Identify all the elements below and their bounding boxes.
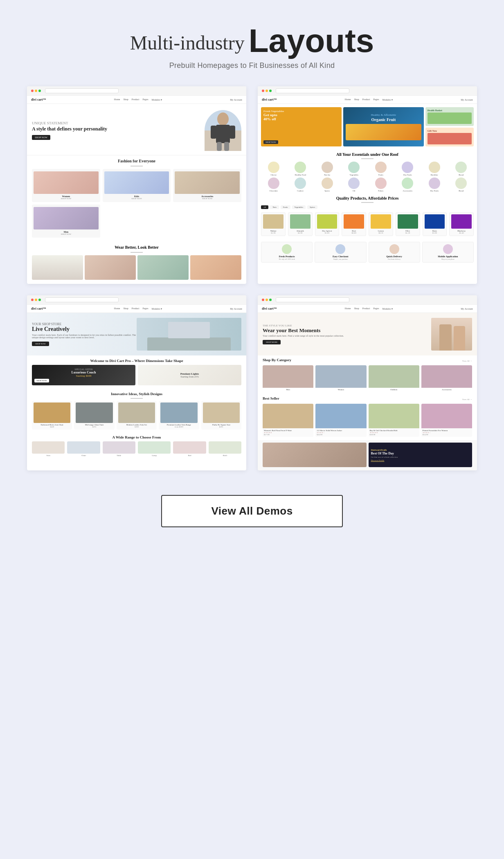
grocery-product: Kiwi$0.89 xyxy=(342,212,366,236)
grocery-quality-title: Quality Products, Affordable Prices xyxy=(258,193,477,201)
fashion2-shop-cat: Shop By Category View All → Men Women Ch… xyxy=(258,355,477,394)
grocery-item: Chocolate xyxy=(261,178,286,192)
grocery-item: Dry Fruits xyxy=(395,162,421,176)
wear-images xyxy=(27,254,246,281)
dot-green-4 xyxy=(269,299,272,301)
discover-link[interactable]: Discover Profile xyxy=(371,459,470,461)
demo-nav-2: divi cart™ Home Shop Product Pages Modul… xyxy=(258,96,477,104)
range-icons: Sofa Chair Table Lamp Bed xyxy=(32,441,241,456)
grocery-items-grid: Cheese Healthy Food Pan-fry Vegetables F… xyxy=(258,160,477,193)
couch-btn[interactable]: SHOP NOW xyxy=(34,379,49,382)
grocery-item: Bread xyxy=(449,178,474,192)
cat-men-2: Men xyxy=(263,365,313,391)
grocery-features: Fresh Products We only sell 100% fresh E… xyxy=(258,239,477,266)
fashion2-hero-btn[interactable]: SHOP MORE xyxy=(263,340,281,344)
furniture-hero-content: YOUR SHOP STORE Live Creatively Your com… xyxy=(32,322,137,346)
grocery-product: Lemon$0.59 xyxy=(369,212,393,236)
cat-women: Women SHOP NOW xyxy=(32,169,100,202)
demo-nav-4: divi cart™ Home Shop Product Pages Modul… xyxy=(258,305,477,313)
nav-logo-1: divi cart™ xyxy=(31,98,46,101)
grocery-product: Almonds$2.99 xyxy=(288,212,313,236)
fashion2-bs-row: Women's Red Floral Swirl T-Shirt ★★★★★ $… xyxy=(263,404,472,437)
furniture-hero: YOUR SHOP STORE Live Creatively Your com… xyxy=(27,313,246,355)
header-bold-title: Layouts xyxy=(249,25,374,57)
tab-veg[interactable]: Vegetables xyxy=(292,205,306,209)
fashion-hero-btn[interactable]: SHOP NOW xyxy=(32,135,50,140)
cat-women-img xyxy=(34,171,99,194)
dot-red-4 xyxy=(262,299,264,301)
grocery-btn-1[interactable]: SHOP NOW xyxy=(263,140,278,144)
fashion2-hero-img xyxy=(431,318,472,351)
nav-right-1: My Account xyxy=(230,99,242,101)
cat-men: Men SHOP NOW xyxy=(32,205,100,238)
grocery-item: Accessories xyxy=(395,178,421,192)
furniture-innovative-title: Innovative Ideas, Stylish Designs xyxy=(32,392,241,396)
browser-bar-1 xyxy=(27,86,246,96)
banner-pendant: Pendant Lights Starting from 25% xyxy=(138,365,241,385)
wear-img-2 xyxy=(85,255,136,280)
wear-title: Wear Better, Look Better xyxy=(27,243,246,251)
grocery-hero-left: Fresh Vegetables Get upto40% off SHOP NO… xyxy=(261,107,342,146)
nav-right-4: My Account xyxy=(461,308,473,310)
bs-item-1: Women's Red Floral Swirl T-Shirt ★★★★★ $… xyxy=(263,404,313,437)
bs-item-2: 1/2 Sleeve Solid Woven Jacket ★★★★☆ $24.… xyxy=(315,404,366,437)
section-divider-1 xyxy=(130,166,143,166)
fashion-hero-script: UNIQUE STATEMENT xyxy=(32,121,205,125)
furniture-banners: SPECIAL OFFER Luxurious Couch Starting $… xyxy=(32,365,241,385)
grocery-product: Olive$1.29 xyxy=(396,212,420,236)
browser-dots-4 xyxy=(262,299,272,301)
furniture-hero-btn[interactable]: SHOP NOW xyxy=(32,342,49,346)
dot-yellow xyxy=(35,90,37,92)
cat-accessories-2: Accessories xyxy=(421,365,472,391)
fashion-section1-title: Fashion for Everyone xyxy=(27,155,246,165)
nav-right-3: My Account xyxy=(230,308,242,310)
dot-red xyxy=(31,90,34,92)
nav-links-1: Home Shop Product Pages Modules ▾ xyxy=(114,98,162,101)
tab-spices[interactable]: Spices xyxy=(307,205,317,209)
demo-card-grocery[interactable]: divi cart™ Home Shop Product Pages Modul… xyxy=(258,86,477,284)
svg-rect-1 xyxy=(216,125,230,143)
svg-rect-4 xyxy=(217,142,222,151)
wear-img-3 xyxy=(137,255,189,280)
svg-rect-2 xyxy=(211,126,216,139)
view-all-demos-button[interactable]: View All Demos xyxy=(161,495,342,527)
demo-card-furniture[interactable]: divi cart™ Home Shop Product Pages Modul… xyxy=(27,295,246,470)
section-divider-5 xyxy=(130,398,143,399)
nav-right-2: My Account xyxy=(461,99,473,101)
view-all-cat[interactable]: View All → xyxy=(462,360,472,362)
tab-fruits[interactable]: Fruits xyxy=(281,205,290,209)
grocery-item: Healthy Food xyxy=(288,162,313,176)
bs-item-4: Printed Sweatshirt For Women ★★★★☆ $14.9… xyxy=(421,404,472,437)
banner-couch: SPECIAL OFFER Luxurious Couch Starting $… xyxy=(32,365,135,385)
nav-logo-4: divi cart™ xyxy=(262,307,277,310)
svg-rect-3 xyxy=(230,126,235,139)
furniture-hero-img xyxy=(137,318,241,351)
fashion-hero-image xyxy=(205,110,241,151)
header-subtitle: Prebuilt Homepages to Fit Businesses of … xyxy=(130,61,374,70)
section-divider-3 xyxy=(361,158,374,159)
tab-all[interactable]: All xyxy=(261,205,268,209)
browser-bar-4 xyxy=(258,295,477,305)
wear-section: Wear Better, Look Better xyxy=(27,241,246,284)
furniture-product: Modern Leather Sofa Set $399 xyxy=(117,401,157,430)
fruit-img xyxy=(346,124,421,140)
view-all-bs[interactable]: View All → xyxy=(462,398,472,400)
dot-yellow-2 xyxy=(266,90,268,92)
nav-links-2: Home Shop Product Pages Modules ▾ xyxy=(345,98,393,101)
demos-grid: divi cart™ Home Shop Product Pages Modul… xyxy=(27,86,477,470)
grocery-item: Bread xyxy=(449,162,474,176)
grocery-hero: Fresh Vegetables Get upto40% off SHOP NO… xyxy=(258,104,477,150)
page-header: Multi-industry Layouts Prebuilt Homepage… xyxy=(130,25,374,70)
cat-children-2: Children xyxy=(369,365,419,391)
section-divider-4 xyxy=(361,202,374,203)
grocery-hero-right: Health Basket Gift Now xyxy=(425,107,474,146)
newarrivals-text: #newarrivals Best Of The Day Get that on… xyxy=(369,443,473,467)
demo-nav-1: divi cart™ Home Shop Product Pages Modul… xyxy=(27,96,246,104)
bestseller-title: Best Seller xyxy=(263,396,279,400)
nav-logo-3: divi cart™ xyxy=(31,307,46,310)
demo-card-fashion[interactable]: divi cart™ Home Shop Product Pages Modul… xyxy=(27,86,246,284)
browser-url xyxy=(45,88,119,93)
tab-nuts[interactable]: Nuts xyxy=(270,205,279,209)
demo-card-fashion2[interactable]: divi cart™ Home Shop Product Pages Modul… xyxy=(258,295,477,470)
grocery-item: Dry Fruits xyxy=(422,178,447,192)
